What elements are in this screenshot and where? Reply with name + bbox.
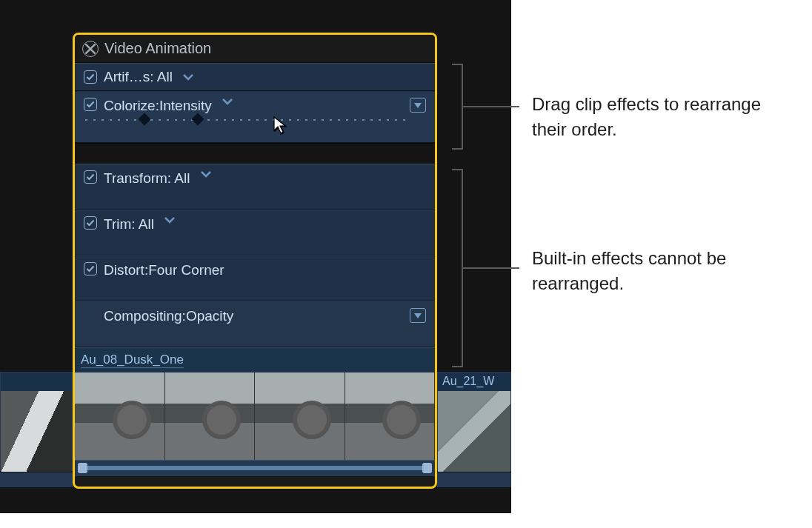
- chevron-down-icon[interactable]: [222, 98, 233, 106]
- keyframe-icon[interactable]: [139, 113, 151, 126]
- effect-label: Compositing:Opacity: [104, 308, 233, 324]
- effect-label: Colorize:Intensity: [104, 98, 212, 114]
- disclosure-button[interactable]: [410, 308, 426, 323]
- checkbox-icon[interactable]: [84, 98, 97, 111]
- annotation-layer: Drag clip effects to rearrange their ord…: [445, 0, 800, 528]
- effect-row-artifacts[interactable]: Artif…s: All: [75, 63, 435, 91]
- bracket-bottom: [452, 169, 463, 367]
- timeline-scrub-left[interactable]: [0, 472, 73, 487]
- effect-label: Trim: All: [104, 216, 154, 233]
- panel-title: Video Animation: [104, 40, 211, 57]
- checkbox-icon[interactable]: [84, 170, 97, 184]
- chevron-down-icon[interactable]: [182, 73, 194, 81]
- close-icon[interactable]: [82, 41, 99, 57]
- scrub-handle-right[interactable]: [422, 463, 432, 473]
- checkbox-icon[interactable]: [84, 216, 97, 230]
- chevron-down-icon[interactable]: [200, 170, 212, 178]
- checkbox-icon[interactable]: [84, 70, 97, 84]
- clip-filmstrip[interactable]: [75, 372, 435, 460]
- editor-dark-bg: Au_21_W Video Animation Artif…s: All: [0, 0, 511, 513]
- annotation-builtin: Built-in effects cannot be rearranged.: [532, 246, 776, 295]
- scrub-handle-left[interactable]: [78, 463, 87, 473]
- filmstrip-thumb: [255, 372, 345, 460]
- checkbox-icon[interactable]: [84, 262, 97, 275]
- effect-row-transform[interactable]: Transform: All: [75, 164, 435, 210]
- clip-name-label: Au_08_Dusk_One: [81, 352, 184, 368]
- effect-label: Distort:Four Corner: [104, 262, 224, 278]
- chevron-down-icon[interactable]: [164, 216, 176, 224]
- effect-label: Artif…s: All: [104, 69, 173, 85]
- effect-row-compositing[interactable]: Compositing:Opacity: [75, 301, 435, 347]
- bracket-top: [452, 64, 463, 150]
- clip-name-row: Au_08_Dusk_One: [75, 347, 435, 372]
- video-animation-panel: Video Animation Artif…s: All Colorize:In…: [73, 33, 437, 489]
- timeline-clip-left[interactable]: [0, 372, 73, 471]
- panel-header: Video Animation: [75, 35, 435, 63]
- clip-scrub-bar[interactable]: [75, 460, 435, 476]
- annotation-drag: Drag clip effects to rearrange their ord…: [532, 92, 776, 141]
- effect-row-trim[interactable]: Trim: All: [75, 210, 435, 255]
- effect-label: Transform: All: [104, 170, 190, 187]
- keyframe-track[interactable]: [82, 116, 408, 127]
- disclosure-button[interactable]: [410, 98, 426, 113]
- effect-row-colorize[interactable]: Colorize:Intensity: [75, 91, 435, 143]
- effect-row-distort[interactable]: Distort:Four Corner: [75, 255, 435, 301]
- filmstrip-thumb: [165, 372, 256, 460]
- section-gap: [75, 143, 435, 164]
- filmstrip-thumb: [75, 372, 165, 460]
- filmstrip-thumb: [345, 372, 436, 460]
- keyframe-icon[interactable]: [192, 113, 204, 126]
- cursor-icon: [273, 116, 289, 139]
